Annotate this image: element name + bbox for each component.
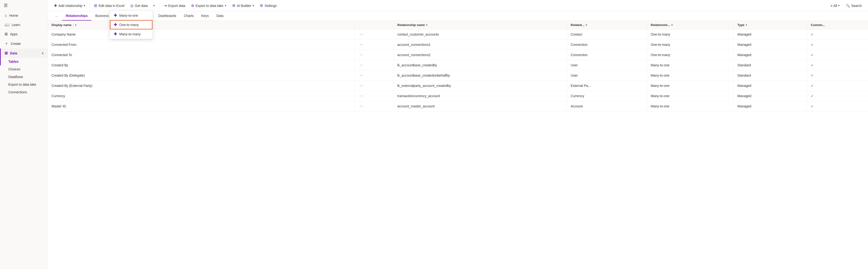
cell-rel-name: transactioncurrency_account <box>393 91 567 101</box>
row-ellipsis-button[interactable]: ··· <box>359 73 365 78</box>
row-ellipsis-button[interactable]: ··· <box>359 52 365 58</box>
rel-name-filter-icon[interactable]: ∨ <box>426 23 428 27</box>
connections-label: Connections <box>8 90 27 94</box>
tab-data[interactable]: Data <box>213 11 227 21</box>
tab-dashboards-label: Dashboards <box>158 14 176 18</box>
many-to-many-option[interactable]: ✚ Many-to-many <box>110 29 152 39</box>
cell-actions: ··· <box>354 29 393 40</box>
table-header-row: Display name ↑ ∨ Relationship name ∨ <box>48 21 868 29</box>
th-rel-type[interactable]: Relationshi... ∨ <box>647 21 734 29</box>
sidebar-item-connections[interactable]: Connections <box>0 88 48 96</box>
search-icon: 🔍 <box>846 4 850 8</box>
ai-builder-button[interactable]: ⚙ AI Builder ▾ <box>230 2 257 9</box>
cell-display-name: Company Name <box>48 29 354 40</box>
cell-actions: ··· <box>354 101 393 112</box>
table-body: Company Name ··· contact_customer_accoun… <box>48 29 868 112</box>
separator-2 <box>159 3 159 8</box>
add-relationship-chevron: ▾ <box>84 4 85 7</box>
tab-charts[interactable]: Charts <box>180 11 197 21</box>
sidebar: ☰ ⌂ Home 📖 Learn ⊞ Apps ＋ Create ⊞ Data … <box>0 0 48 269</box>
dataflows-label: Dataflows <box>8 75 23 79</box>
type-filter-icon[interactable]: ∨ <box>745 23 747 27</box>
related-filter-icon[interactable]: ∨ <box>585 23 587 27</box>
export-lake-button[interactable]: ⊛ Export to data lake ▾ <box>189 2 229 9</box>
sidebar-item-learn[interactable]: 📖 Learn <box>0 20 48 29</box>
tab-keys[interactable]: Keys <box>197 11 213 21</box>
table-row: Created By (External Party) ··· lk_exter… <box>48 81 868 91</box>
ai-icon: ⚙ <box>232 3 236 8</box>
sidebar-item-apps[interactable]: ⊞ Apps <box>0 29 48 39</box>
one-to-many-label: One-to-many <box>119 23 139 27</box>
cell-rel-type: One-to-many <box>647 40 734 50</box>
th-rel-name-label: Relationship name <box>397 23 425 27</box>
row-ellipsis-button[interactable]: ··· <box>359 63 365 68</box>
cell-actions: ··· <box>354 60 393 70</box>
filter-button[interactable]: ≡ All ▾ <box>829 2 841 9</box>
sidebar-item-tables[interactable]: Tables <box>0 58 48 65</box>
many-to-many-label: Many-to-many <box>119 32 141 36</box>
cell-rel-name: account_master_account <box>393 101 567 112</box>
tab-dashboards[interactable]: Dashboards <box>154 11 180 21</box>
sidebar-item-dataflows[interactable]: Dataflows <box>0 73 48 81</box>
export-data-button[interactable]: ⇥ Export data <box>161 2 188 9</box>
cell-rel-type: Many-to-one <box>647 101 734 112</box>
export-label: Export to data lake <box>8 83 36 86</box>
th-type[interactable]: Type ∨ <box>734 21 807 29</box>
cell-rel-name: lk_accountbase_createdonbehalfby <box>393 70 567 81</box>
sidebar-item-data[interactable]: ⊞ Data ∧ <box>0 49 48 58</box>
display-name-filter-icon[interactable]: ∨ <box>75 23 76 27</box>
th-custom: Custom... <box>807 21 868 29</box>
search-button[interactable]: 🔍 Search <box>843 2 864 9</box>
search-label: Search <box>851 4 862 8</box>
relationships-table: Display name ↑ ∨ Relationship name ∨ <box>48 21 868 112</box>
add-relationship-button[interactable]: ✚ Add relationship ▾ <box>52 2 88 9</box>
th-display-name[interactable]: Display name ↑ ∨ <box>48 21 354 29</box>
custom-checkmark: ✓ <box>811 94 814 98</box>
tab-relationships-prefix[interactable]: ... <box>52 11 62 21</box>
get-data-button[interactable]: ◎ Get data <box>128 2 150 9</box>
row-ellipsis-button[interactable]: ··· <box>359 83 365 88</box>
tab-relationships[interactable]: Relationships <box>62 11 92 21</box>
reltype-filter-icon[interactable]: ∨ <box>671 23 673 27</box>
sidebar-item-data-label: Data <box>10 51 17 55</box>
hamburger-icon[interactable]: ☰ <box>4 3 8 8</box>
settings-icon: ⚙ <box>260 3 263 8</box>
edit-excel-label: Edit data in Excel <box>98 4 124 8</box>
sidebar-item-export[interactable]: Export to data lake <box>0 81 48 88</box>
cell-display-name: Connected To <box>48 50 354 60</box>
sidebar-item-create[interactable]: ＋ Create <box>0 39 48 49</box>
row-ellipsis-button[interactable]: ··· <box>359 42 365 47</box>
sidebar-item-home[interactable]: ⌂ Home <box>0 11 48 20</box>
toolbar: ✚ Add relationship ▾ ⊞ Edit data in Exce… <box>48 0 868 11</box>
cell-rel-type: One-to-many <box>647 50 734 60</box>
one-to-many-option[interactable]: ✚ One-to-many <box>110 20 152 29</box>
get-data-dropdown-button[interactable]: ▾ <box>151 3 157 8</box>
row-ellipsis-button[interactable]: ··· <box>359 93 365 98</box>
cell-type: Standard <box>734 60 807 70</box>
home-icon: ⌂ <box>4 13 7 18</box>
row-ellipsis-button[interactable]: ··· <box>359 103 365 109</box>
sidebar-header: ☰ <box>0 0 48 11</box>
row-ellipsis-button[interactable]: ··· <box>359 32 365 37</box>
many-to-one-option[interactable]: ✚ Many-to-one <box>110 11 152 20</box>
export-data-label: Export data <box>168 4 185 8</box>
table-row: Master ID ··· account_master_account Acc… <box>48 101 868 112</box>
relationships-table-container: Display name ↑ ∨ Relationship name ∨ <box>48 21 868 269</box>
cell-type: Managed <box>734 29 807 40</box>
tab-relationships-label: Relationships <box>66 14 88 18</box>
sidebar-item-choices[interactable]: Choices <box>0 65 48 73</box>
th-rel-name[interactable]: Relationship name ∨ <box>393 21 567 29</box>
learn-icon: 📖 <box>4 23 9 27</box>
cell-actions: ··· <box>354 70 393 81</box>
cell-type: Managed <box>734 50 807 60</box>
cell-related: Connection <box>567 40 647 50</box>
tab-data-label: Data <box>216 14 223 18</box>
cell-related: User <box>567 70 647 81</box>
settings-button[interactable]: ⚙ Settings <box>257 2 279 9</box>
table-row: Currency ··· transactioncurrency_account… <box>48 91 868 101</box>
separator-1 <box>89 3 90 8</box>
th-related[interactable]: Related... ∨ <box>567 21 647 29</box>
custom-checkmark: ✓ <box>811 104 814 108</box>
cell-custom: ✓ <box>807 70 868 81</box>
edit-excel-button[interactable]: ⊞ Edit data in Excel <box>92 2 127 9</box>
